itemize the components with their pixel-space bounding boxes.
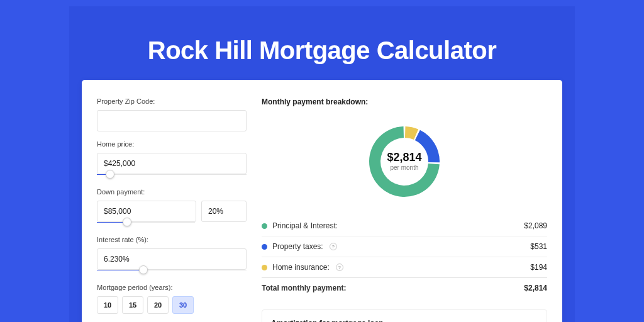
total-row: Total monthly payment: $2,814: [262, 277, 547, 298]
legend-row: Principal & Interest:$2,089: [262, 216, 547, 236]
form-column: Property Zip Code: Home price: Down paym…: [97, 97, 247, 322]
home-price-label: Home price:: [97, 140, 247, 148]
period-option-30[interactable]: 30: [172, 296, 194, 314]
slider-thumb[interactable]: [139, 265, 148, 274]
period-option-15[interactable]: 15: [122, 296, 143, 314]
legend: Principal & Interest:$2,089Property taxe…: [262, 216, 547, 277]
legend-dot: [262, 244, 267, 250]
interest-field-group: Interest rate (%):: [97, 236, 247, 275]
home-price-field-group: Home price:: [97, 140, 247, 179]
interest-input[interactable]: [97, 248, 247, 270]
legend-label-group: Home insurance:?: [262, 263, 343, 272]
legend-value: $2,089: [524, 221, 547, 230]
breakdown-heading: Monthly payment breakdown:: [262, 97, 547, 106]
donut-chart: $2,814 per month: [262, 111, 547, 212]
zip-input[interactable]: [97, 110, 247, 131]
zip-label: Property Zip Code:: [97, 97, 247, 105]
total-label: Total monthly payment:: [262, 284, 346, 292]
total-value: $2,814: [524, 284, 547, 292]
slider-thumb[interactable]: [106, 170, 114, 179]
down-payment-slider[interactable]: [97, 219, 195, 227]
period-option-20[interactable]: 20: [147, 296, 169, 314]
interest-slider[interactable]: [97, 267, 247, 275]
legend-value: $531: [530, 242, 547, 251]
calculator-card: Property Zip Code: Home price: Down paym…: [82, 80, 562, 322]
down-payment-label: Down payment:: [97, 188, 247, 196]
interest-label: Interest rate (%):: [97, 236, 247, 243]
legend-label: Principal & Interest:: [272, 221, 338, 230]
down-payment-field-group: Down payment:: [97, 188, 247, 227]
slider-fill: [97, 270, 143, 270]
period-option-10[interactable]: 10: [97, 296, 118, 314]
legend-dot: [262, 223, 267, 229]
legend-label-group: Principal & Interest:: [262, 221, 338, 230]
slider-track-line: [97, 174, 247, 175]
down-payment-amount-input[interactable]: [97, 201, 196, 222]
legend-label-group: Property taxes:?: [262, 242, 337, 251]
donut-svg: $2,814 per month: [364, 121, 445, 203]
period-label: Mortgage period (years):: [97, 284, 247, 291]
legend-value: $194: [530, 263, 547, 272]
donut-center-amount: $2,814: [387, 151, 421, 164]
zip-field-group: Property Zip Code:: [97, 97, 247, 131]
donut-center-sub: per month: [390, 164, 418, 171]
down-payment-row: [97, 201, 247, 222]
period-segmented: 10152030: [97, 296, 247, 314]
slider-thumb[interactable]: [123, 218, 131, 226]
legend-dot: [262, 265, 267, 270]
info-icon[interactable]: ?: [330, 243, 337, 250]
info-icon[interactable]: ?: [336, 264, 343, 271]
legend-row: Property taxes:?$531: [262, 236, 547, 257]
home-price-slider[interactable]: [97, 172, 247, 179]
breakdown-column: Monthly payment breakdown: $2,814 per mo…: [262, 97, 547, 322]
home-price-input[interactable]: [97, 153, 247, 174]
period-field-group: Mortgage period (years): 10152030: [97, 284, 247, 314]
amortization-card: Amortization for mortgage loan Amortizat…: [262, 309, 547, 322]
page-background: Rock Hill Mortgage Calculator Property Z…: [0, 0, 644, 322]
amortization-title: Amortization for mortgage loan: [271, 319, 538, 322]
legend-label: Property taxes:: [272, 242, 323, 251]
down-payment-pct-input[interactable]: [201, 201, 247, 222]
page-title: Rock Hill Mortgage Calculator: [0, 36, 644, 65]
legend-label: Home insurance:: [272, 263, 330, 272]
legend-row: Home insurance:?$194: [262, 257, 547, 277]
